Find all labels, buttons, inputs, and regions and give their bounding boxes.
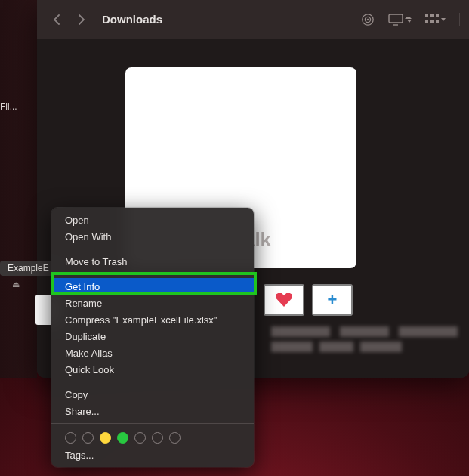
context-menu: Open Open With Move to Trash Get Info Re…: [51, 208, 254, 467]
tag-color-circle[interactable]: [65, 432, 76, 444]
tag-color-circle[interactable]: [134, 432, 146, 444]
menu-item-compress[interactable]: Compress "ExampleExcelFile.xlsx": [51, 311, 254, 328]
menu-item-rename[interactable]: Rename: [51, 295, 254, 311]
menu-item-open-with[interactable]: Open With: [51, 228, 254, 245]
menu-item-tags[interactable]: Tags...: [51, 447, 254, 463]
svg-rect-7: [436, 14, 439, 17]
menu-item-move-to-trash[interactable]: Move to Trash: [51, 253, 254, 270]
thumbnail-item[interactable]: [312, 284, 353, 316]
menu-item-get-info[interactable]: Get Info: [51, 278, 254, 295]
selected-file-label[interactable]: ExampleE: [0, 261, 57, 276]
tag-color-circle[interactable]: [169, 432, 181, 444]
menu-separator: [51, 249, 254, 249]
forward-button[interactable]: [70, 11, 91, 29]
menu-separator: [51, 382, 254, 382]
view-mode-icon[interactable]: [425, 11, 446, 29]
sidebar-left-sliver: Fil...: [0, 0, 37, 378]
eject-icon[interactable]: ⏏: [12, 280, 20, 289]
menu-item-duplicate[interactable]: Duplicate: [51, 328, 254, 345]
tag-color-yellow[interactable]: [100, 432, 111, 444]
menu-separator: [51, 423, 254, 424]
back-button[interactable]: [46, 11, 67, 29]
file-metadata-text: [271, 326, 467, 357]
svg-rect-3: [389, 14, 403, 23]
toolbar-right: [361, 11, 460, 29]
menu-item-share[interactable]: Share...: [51, 403, 254, 419]
svg-rect-10: [436, 20, 439, 23]
tag-color-circle[interactable]: [82, 432, 94, 444]
tag-color-circle[interactable]: [152, 432, 163, 444]
display-icon[interactable]: [388, 11, 412, 29]
menu-item-open[interactable]: Open: [51, 212, 254, 228]
airdrop-icon[interactable]: [361, 11, 375, 29]
menu-item-quick-look[interactable]: Quick Look: [51, 361, 254, 378]
menu-separator: [51, 274, 254, 274]
sidebar-truncated-label: Fil...: [0, 97, 20, 116]
svg-point-2: [367, 18, 369, 20]
tag-color-row: [51, 428, 254, 447]
thumbnail-item[interactable]: [264, 284, 304, 316]
toolbar: Downloads: [37, 0, 469, 39]
svg-rect-9: [430, 20, 434, 23]
svg-rect-6: [430, 14, 434, 17]
svg-rect-5: [425, 14, 428, 17]
svg-rect-8: [425, 20, 428, 23]
thumbnail-strip: [264, 284, 353, 316]
toolbar-divider-icon: [459, 13, 460, 26]
tag-color-green[interactable]: [117, 432, 128, 444]
menu-item-copy[interactable]: Copy: [51, 386, 254, 403]
window-title: Downloads: [102, 13, 361, 26]
menu-item-make-alias[interactable]: Make Alias: [51, 345, 254, 361]
